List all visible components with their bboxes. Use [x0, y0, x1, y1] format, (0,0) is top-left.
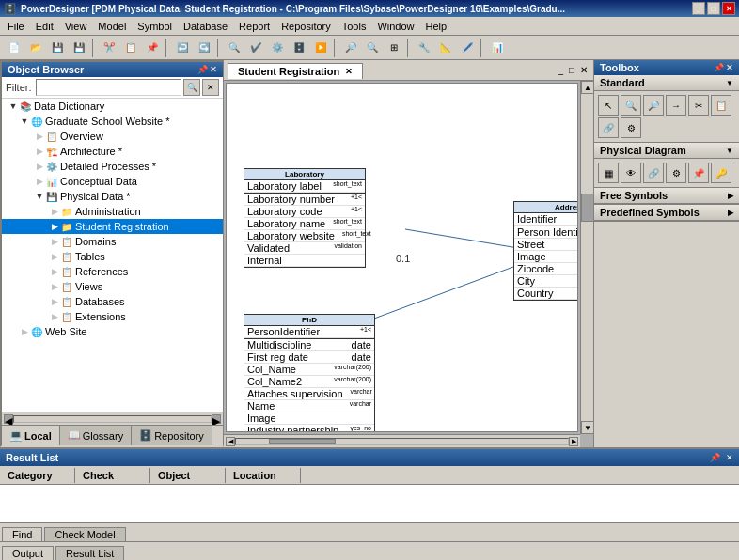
- filter-clear-btn[interactable]: ✕: [202, 79, 219, 96]
- browser-tab-repository[interactable]: 🗄️ Repository: [132, 426, 212, 445]
- expander-website[interactable]: ▶: [19, 326, 30, 337]
- entity-address[interactable]: Address Identifiershort_text Person Iden…: [513, 201, 578, 301]
- tree-item-tables[interactable]: ▶ 📋 Tables: [2, 249, 223, 264]
- vscroll-thumb[interactable]: [581, 194, 594, 222]
- output-tab-output[interactable]: Output: [2, 546, 54, 560]
- tree-item-databases[interactable]: ▶ 📋 Databases: [2, 294, 223, 309]
- browser-tab-glossary[interactable]: 📖 Glossary: [60, 426, 132, 445]
- menu-database[interactable]: Database: [178, 19, 233, 34]
- entity-phd[interactable]: PhD PersonIdentifier+1< Multidisciplined…: [244, 314, 375, 432]
- tb-align[interactable]: 📐: [435, 38, 456, 58]
- tb-zoom-in[interactable]: 🔎: [340, 38, 361, 58]
- browser-hscroll[interactable]: ◀ ▶: [2, 412, 223, 425]
- expander-arch[interactable]: ▶: [34, 146, 45, 157]
- menu-view[interactable]: View: [59, 19, 93, 34]
- tool-zoom-in[interactable]: 🔍: [621, 95, 641, 116]
- tb-cut[interactable]: ✂️: [99, 38, 119, 58]
- tool-pointer[interactable]: ↖: [598, 95, 619, 116]
- tb-check[interactable]: ✔️: [245, 38, 266, 58]
- tb-save-all[interactable]: 💾: [69, 38, 89, 58]
- tb-open[interactable]: 📂: [25, 38, 46, 58]
- toolbox-header-free[interactable]: Free Symbols ▶: [594, 188, 739, 204]
- canvas-close-btn[interactable]: ✕: [578, 65, 590, 75]
- tool-copy-tool[interactable]: 📋: [711, 95, 731, 116]
- expander-views[interactable]: ▶: [49, 281, 60, 292]
- expander-ext[interactable]: ▶: [49, 311, 60, 322]
- menu-edit[interactable]: Edit: [30, 19, 59, 34]
- toolbox-pin[interactable]: 📌: [714, 63, 724, 72]
- tb-paste[interactable]: 📌: [142, 38, 163, 58]
- expander-gradschool[interactable]: ▼: [19, 116, 30, 127]
- tb-search[interactable]: 🔍: [224, 38, 244, 58]
- tb-zoom-out[interactable]: 🔍: [362, 38, 383, 58]
- tree-item-admin[interactable]: ▶ 📁 Administration: [2, 204, 223, 219]
- maximize-button[interactable]: □: [707, 2, 720, 15]
- expander-overview[interactable]: ▶: [34, 131, 45, 142]
- expander-dict[interactable]: ▼: [8, 101, 19, 112]
- tool-key[interactable]: 🔑: [711, 163, 731, 183]
- tree-item-website[interactable]: ▶ 🌐 Web Site: [2, 324, 223, 339]
- close-panel-icon[interactable]: ✕: [210, 65, 217, 74]
- tb-copy[interactable]: 📋: [120, 38, 141, 58]
- tree-item-conceptdata[interactable]: ▶ 📊 Conceptual Data: [2, 174, 223, 189]
- output-tab-resultlist[interactable]: Result List: [55, 546, 124, 560]
- vscroll-down-btn[interactable]: ▼: [581, 421, 594, 434]
- toolbox-header-predefined[interactable]: Predefined Symbols ▶: [594, 205, 739, 221]
- toolbox-header-physical[interactable]: Physical Diagram ▼: [594, 143, 739, 159]
- filter-input[interactable]: [36, 79, 182, 96]
- canvas-content[interactable]: 0.1 0.1 0.1 0.1 Person PersonIdentifieri…: [226, 83, 578, 432]
- result-pin-icon[interactable]: 📌: [710, 453, 720, 462]
- tree-container[interactable]: ▼ 📚 Data Dictionary ▼ 🌐 Graduate School …: [2, 99, 223, 412]
- tb-undo[interactable]: ↩️: [172, 38, 193, 58]
- tb-redo[interactable]: ↪️: [194, 38, 214, 58]
- expander-studreg[interactable]: ▶: [49, 221, 60, 232]
- tool-config[interactable]: ⚙: [666, 163, 686, 183]
- expander-admin[interactable]: ▶: [49, 206, 60, 217]
- tool-view-tool[interactable]: 👁: [621, 163, 641, 183]
- tb-format[interactable]: 🖊️: [457, 38, 478, 58]
- menu-report[interactable]: Report: [233, 19, 275, 34]
- menu-model[interactable]: Model: [92, 19, 132, 34]
- tb-new[interactable]: 📄: [4, 38, 24, 58]
- tb-fit[interactable]: ⊞: [384, 38, 404, 58]
- hscroll-thumb[interactable]: [269, 439, 336, 444]
- scroll-right-btn[interactable]: ▶: [212, 414, 221, 424]
- expander-detproc[interactable]: ▶: [34, 161, 45, 172]
- menu-repository[interactable]: Repository: [275, 19, 337, 34]
- canvas-tab-studreg[interactable]: Student Registration ✕: [228, 63, 363, 79]
- hscroll-right-btn[interactable]: ▶: [569, 437, 578, 446]
- tree-item-overview[interactable]: ▶ 📋 Overview: [2, 129, 223, 144]
- tb-extra[interactable]: 📊: [487, 38, 508, 58]
- result-tab-find[interactable]: Find: [2, 527, 42, 541]
- menu-help[interactable]: Help: [420, 19, 453, 34]
- tree-item-physdata[interactable]: ▼ 💾 Physical Data *: [2, 189, 223, 204]
- pin-icon[interactable]: 📌: [197, 65, 208, 74]
- menu-window[interactable]: Window: [371, 19, 419, 34]
- vscroll-up-btn[interactable]: ▲: [581, 81, 594, 94]
- tool-settings[interactable]: ⚙: [621, 117, 641, 138]
- tb-gen[interactable]: ⚙️: [267, 38, 288, 58]
- tool-scissors[interactable]: ✂: [688, 95, 709, 116]
- tree-item-data-dictionary[interactable]: ▼ 📚 Data Dictionary: [2, 99, 223, 114]
- scroll-left-btn[interactable]: ◀: [4, 414, 13, 424]
- tree-item-architecture[interactable]: ▶ 🏗️ Architecture *: [2, 144, 223, 159]
- expander-domains[interactable]: ▶: [49, 236, 60, 247]
- expander-physdata[interactable]: ▼: [34, 191, 45, 202]
- result-close-icon[interactable]: ✕: [726, 453, 733, 462]
- tree-item-references[interactable]: ▶ 📋 References: [2, 264, 223, 279]
- tool-link[interactable]: 🔗: [598, 117, 619, 138]
- minimize-button[interactable]: _: [692, 2, 705, 15]
- expander-dbs[interactable]: ▶: [49, 296, 60, 307]
- hscroll-left-btn[interactable]: ◀: [226, 437, 235, 446]
- expander-tables[interactable]: ▶: [49, 251, 60, 262]
- tool-zoom-out[interactable]: 🔎: [643, 95, 664, 116]
- canvas-vscroll[interactable]: ▲ ▼: [580, 81, 593, 434]
- tool-ref[interactable]: 🔗: [643, 163, 664, 183]
- entity-laboratory[interactable]: Laboratory Laboratory labelshort_text La…: [244, 168, 366, 268]
- expander-refs[interactable]: ▶: [49, 266, 60, 277]
- tree-item-studreg[interactable]: ▶ 📁 Student Registration: [2, 219, 223, 234]
- menu-file[interactable]: File: [2, 19, 30, 34]
- close-button[interactable]: ✕: [722, 2, 735, 15]
- tb-db[interactable]: 🗄️: [289, 38, 309, 58]
- menu-symbol[interactable]: Symbol: [132, 19, 178, 34]
